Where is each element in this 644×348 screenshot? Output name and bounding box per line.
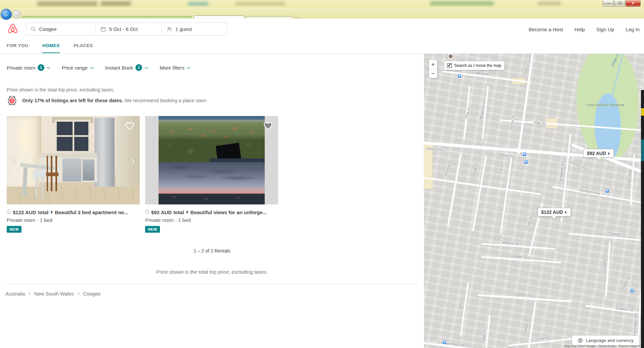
- breadcrumb: Australia > New South Wales > Coogee: [5, 291, 101, 297]
- street-label: Pitt St: [498, 163, 504, 174]
- transit-icon[interactable]: [630, 288, 634, 293]
- map-price-marker[interactable]: $122 AUD: [538, 208, 571, 217]
- listing-card[interactable]: ⓘ $92 AUD total Beautiful views for an u…: [145, 116, 278, 233]
- dates-value: 5 Oct - 6 Oct: [109, 26, 138, 32]
- map-price-marker[interactable]: $92 AUD: [583, 149, 614, 158]
- zoom-in-button[interactable]: +: [429, 60, 437, 69]
- transit-icon[interactable]: [458, 74, 462, 78]
- header-nav: Become a Host Help Sign Up Log In: [529, 27, 640, 32]
- street-label: Judge St: [481, 329, 486, 344]
- info-icon[interactable]: ⓘ: [7, 209, 11, 215]
- tab-for-you[interactable]: FOR YOU: [7, 43, 28, 53]
- listing-price: $122 AUD: [13, 209, 36, 215]
- filter-more-filters[interactable]: More filters: [160, 65, 190, 71]
- pagination-status: 1 – 2 of 2 Rentals: [0, 248, 424, 254]
- nav-help[interactable]: Help: [574, 27, 585, 32]
- filter-private-room[interactable]: Private room1: [7, 64, 50, 71]
- coastal-view-photo: [159, 116, 265, 204]
- chevron-down-icon: [90, 67, 94, 69]
- info-icon[interactable]: ⓘ: [145, 209, 149, 215]
- road: [605, 241, 610, 297]
- back-button[interactable]: ←: [1, 9, 12, 20]
- street-label: St Marks Rd: [559, 161, 564, 182]
- listing-title-row[interactable]: ⓘ $122 AUD total Beautiful 2 bed apartme…: [7, 209, 140, 215]
- breadcrumb-australia[interactable]: Australia: [5, 291, 25, 297]
- alarm-clock-icon: [7, 95, 17, 106]
- poi-marker[interactable]: [448, 54, 453, 59]
- urgency-rest-text: We recommend booking a place soon.: [125, 98, 208, 103]
- breadcrumb-coogee[interactable]: Coogee: [83, 291, 101, 297]
- filter-count-badge: 1: [135, 64, 142, 71]
- urgency-banner: Only 17% of listings are left for these …: [7, 95, 208, 106]
- transit-icon[interactable]: [524, 160, 528, 164]
- filter-instant-book[interactable]: Instant Book1: [105, 64, 148, 71]
- total-label: total: [38, 209, 48, 215]
- search-icon: [31, 27, 36, 32]
- desktop-blur-blob: [430, 1, 494, 5]
- dates-input[interactable]: 5 Oct - 6 Oct: [95, 23, 161, 35]
- street-label: George St: [470, 162, 479, 180]
- listing-card[interactable]: ‹ › ⓘ $122 AUD total Beautiful 2 bed apa…: [7, 116, 140, 233]
- result-tabs: FOR YOU HOMES PLACES: [7, 43, 93, 53]
- zoom-out-button[interactable]: −: [429, 69, 437, 78]
- street-label: Clyde St: [524, 216, 533, 230]
- nav-sign-up[interactable]: Sign Up: [596, 27, 614, 32]
- guests-icon: [166, 26, 172, 32]
- restore-button[interactable]: ❐: [614, 0, 625, 7]
- carousel-next-icon[interactable]: ›: [131, 155, 135, 165]
- listing-details: Private room · 1 bed: [145, 217, 278, 223]
- listing-title-row[interactable]: ⓘ $92 AUD total Beautiful views for an u…: [145, 209, 278, 215]
- terms-link[interactable]: Terms of Use: [599, 344, 615, 348]
- search-as-move-control[interactable]: Search as I move the map: [444, 61, 504, 70]
- wishlist-heart-icon[interactable]: [125, 121, 135, 130]
- transit-icon[interactable]: [442, 340, 446, 344]
- marker-price: $122 AUD: [541, 209, 563, 215]
- marker-price: $92 AUD: [587, 151, 606, 156]
- new-badge: NEW: [7, 226, 22, 233]
- street-label: Farnham Ave: [578, 188, 600, 195]
- search-value: Coogee: [39, 26, 57, 32]
- street-label: Rae St: [534, 120, 546, 125]
- new-badge: NEW: [145, 226, 160, 233]
- desktop-blur-blob: [37, 1, 97, 6]
- listing-details: Private room · 1 bed: [7, 217, 140, 223]
- search-input[interactable]: Coogee: [26, 23, 95, 35]
- street-label: Gray St: [536, 336, 549, 341]
- nav-become-a-host[interactable]: Become a Host: [529, 27, 563, 32]
- results-map[interactable]: Fred Hollows Reserve Glebe G + − Search …: [424, 54, 644, 348]
- total-price-note: Price shown is the total trip price, exc…: [7, 87, 115, 92]
- desktop-blur-blob: [188, 2, 208, 5]
- street-label: Oswald St: [609, 231, 626, 237]
- transit-icon[interactable]: [522, 152, 526, 156]
- wishlist-heart-icon[interactable]: [263, 121, 273, 130]
- minimize-button[interactable]: —: [603, 0, 614, 7]
- filter-price-range[interactable]: Price range: [62, 65, 94, 71]
- screen-edge-strip: [641, 90, 644, 348]
- chevron-down-icon: [144, 67, 148, 69]
- kitchen-photo: [7, 116, 140, 204]
- total-label: total: [173, 209, 184, 215]
- listing-photo[interactable]: ‹ ›: [7, 116, 140, 204]
- tab-homes[interactable]: HOMES: [42, 43, 60, 53]
- street-label: Rae St: [464, 107, 471, 119]
- nav-log-in[interactable]: Log In: [626, 27, 640, 32]
- desktop-blur-blob: [235, 2, 286, 5]
- listing-photo[interactable]: [145, 116, 278, 204]
- carousel-prev-icon[interactable]: ‹: [11, 155, 16, 165]
- language-button-label: Language and currency: [586, 338, 634, 343]
- forward-button[interactable]: →: [12, 10, 21, 18]
- instant-book-bolt-icon: [564, 210, 567, 215]
- breadcrumb-nsw[interactable]: New South Wales: [34, 291, 74, 297]
- guests-input[interactable]: 1 guest: [161, 23, 227, 35]
- transit-icon[interactable]: [605, 189, 609, 193]
- close-button[interactable]: ✕: [626, 0, 641, 7]
- report-error-link[interactable]: Report a map error: [618, 344, 643, 348]
- desktop-blur-blob: [538, 2, 561, 5]
- edge-marker-yellow: [641, 108, 644, 116]
- airbnb-logo[interactable]: [7, 22, 19, 36]
- checkbox-checked-icon[interactable]: [447, 63, 452, 68]
- street-label: Victoria St: [443, 159, 452, 177]
- street-label: Heath St: [523, 318, 530, 333]
- map-zoom-control: + −: [429, 60, 437, 78]
- tab-places[interactable]: PLACES: [74, 43, 93, 53]
